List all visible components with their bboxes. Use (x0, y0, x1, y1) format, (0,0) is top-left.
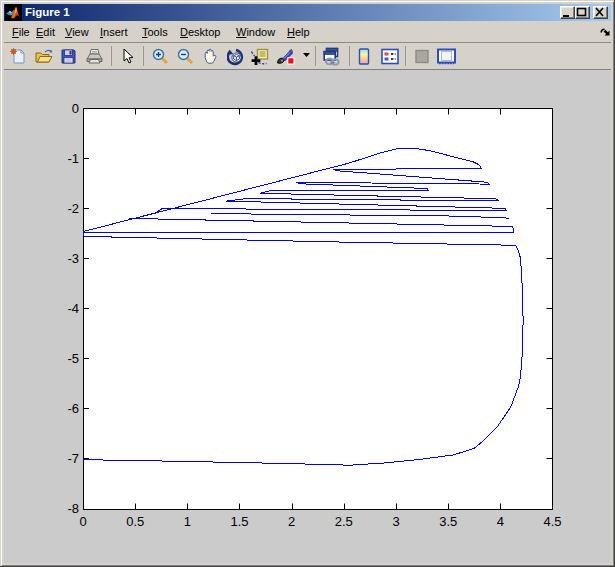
svg-text:4.5: 4.5 (543, 514, 561, 529)
svg-text:-2: -2 (67, 201, 79, 216)
svg-text:-6: -6 (67, 401, 79, 416)
svg-text:1: 1 (184, 514, 191, 529)
svg-text:-1: -1 (67, 151, 79, 166)
svg-text:3.5: 3.5 (439, 514, 457, 529)
svg-text:-7: -7 (67, 451, 79, 466)
svg-text:-8: -8 (67, 501, 79, 516)
svg-text:4: 4 (497, 514, 504, 529)
svg-text:2.5: 2.5 (335, 514, 353, 529)
svg-text:2: 2 (288, 514, 295, 529)
svg-text:0: 0 (72, 101, 79, 116)
svg-text:-5: -5 (67, 351, 79, 366)
svg-text:1.5: 1.5 (230, 514, 248, 529)
svg-text:-4: -4 (67, 301, 79, 316)
svg-text:3: 3 (392, 514, 399, 529)
svg-text:-3: -3 (67, 251, 79, 266)
svg-text:0: 0 (79, 514, 86, 529)
svg-text:0.5: 0.5 (126, 514, 144, 529)
